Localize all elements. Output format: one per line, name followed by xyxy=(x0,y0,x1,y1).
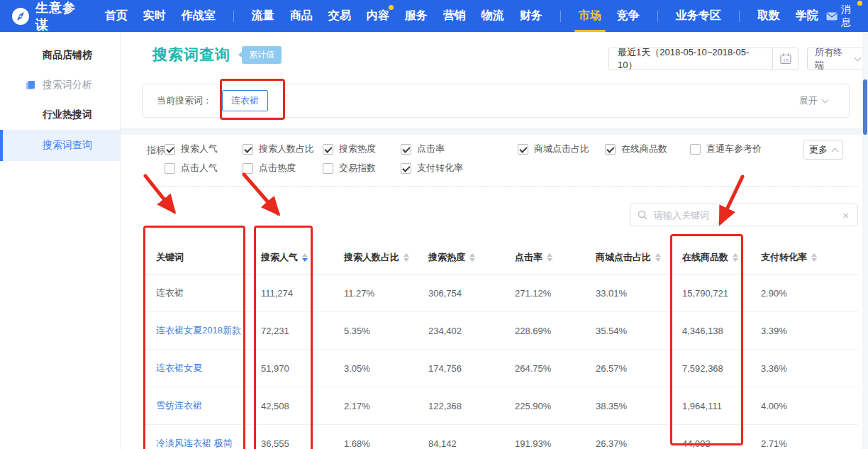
nav-item[interactable]: 取数 xyxy=(757,0,780,32)
value-cell: 4,346,138 xyxy=(682,326,761,336)
sort-icon[interactable] xyxy=(811,253,817,262)
nav-item-label: 竞争 xyxy=(617,9,640,23)
value-cell: 7,592,368 xyxy=(682,363,761,374)
column-header[interactable]: 搜索热度 xyxy=(428,251,515,264)
nav-item[interactable]: 竞争 xyxy=(617,0,640,32)
nav-item[interactable]: 财务 xyxy=(520,0,542,32)
checkbox-unchecked[interactable] xyxy=(165,163,175,174)
nav-item[interactable]: 首页 xyxy=(105,0,128,32)
checkbox-checked[interactable] xyxy=(518,144,528,155)
column-header[interactable]: 搜索人气 xyxy=(261,251,344,264)
checkbox-checked[interactable] xyxy=(165,144,175,155)
keyword-link[interactable]: 连衣裙女夏2018新款 xyxy=(156,324,261,337)
more-label: 更多 xyxy=(809,143,828,156)
calendar-button[interactable]: 15 xyxy=(773,48,799,70)
sort-icon[interactable] xyxy=(547,253,552,262)
value-cell: 26.37% xyxy=(596,438,682,449)
sort-icon[interactable] xyxy=(469,253,475,262)
messages-button[interactable]: 消息 xyxy=(826,4,857,29)
column-header[interactable]: 商城点击占比 xyxy=(596,251,682,264)
nav-item[interactable]: 服务 xyxy=(405,0,428,32)
checkbox-checked[interactable] xyxy=(243,144,253,155)
expand-toggle[interactable]: 展开 xyxy=(799,94,828,107)
current-search-label: 当前搜索词： xyxy=(157,94,212,107)
sort-icon[interactable] xyxy=(404,253,409,262)
keyword-link[interactable]: 雪纺连衣裙 xyxy=(156,399,261,412)
app-logo[interactable]: 生意参谋 xyxy=(11,0,80,33)
metric-checkbox[interactable]: 交易指数 xyxy=(323,162,376,174)
column-header[interactable]: 支付转化率 xyxy=(761,251,858,264)
search-input[interactable] xyxy=(652,209,841,221)
nav-item-label: 物流 xyxy=(482,9,504,23)
metric-checkbox[interactable]: 直通车参考价 xyxy=(690,143,762,155)
nav-item[interactable]: 营销 xyxy=(443,0,466,32)
calendar-icon: 15 xyxy=(779,52,792,65)
column-header-label: 关键词 xyxy=(156,251,184,264)
metric-checkbox[interactable]: 搜索人气 xyxy=(165,143,218,155)
brand-name: 生意参谋 xyxy=(35,0,80,33)
sort-icon[interactable] xyxy=(655,253,661,262)
metric-checkbox[interactable]: 搜索人数占比 xyxy=(243,143,314,155)
scrollbar-thumb[interactable] xyxy=(863,79,867,135)
sort-icon[interactable] xyxy=(302,253,308,262)
nav-item[interactable]: 实时 xyxy=(143,0,166,32)
nav-item-label: 市场 xyxy=(579,9,601,23)
value-cell: 264.75% xyxy=(515,363,596,374)
metric-label: 交易指数 xyxy=(339,162,376,174)
column-header-label: 支付转化率 xyxy=(761,251,807,264)
date-range-selector[interactable]: 最近1天（2018-05-10~2018-05-10） xyxy=(608,48,773,70)
metric-checkbox[interactable]: 点击率 xyxy=(401,143,445,155)
nav-divider xyxy=(233,11,234,22)
more-button[interactable]: 更多 xyxy=(803,140,843,160)
checkbox-unchecked[interactable] xyxy=(243,163,253,174)
nav-item[interactable]: 交易 xyxy=(328,0,351,32)
nav-item[interactable]: 物流 xyxy=(482,0,504,32)
value-cell: 3.36% xyxy=(761,363,858,374)
keyword-link[interactable]: 冷淡风连衣裙 极简 xyxy=(156,437,261,449)
nav-item[interactable]: 业务专区 xyxy=(676,0,721,32)
chevron-down-icon xyxy=(855,54,862,61)
value-cell: 111,274 xyxy=(261,288,344,299)
nav-item[interactable]: 商品 xyxy=(290,0,313,32)
nav-item-label: 取数 xyxy=(757,9,780,23)
value-cell: 35.54% xyxy=(596,326,682,336)
metric-checkbox[interactable]: 在线商品数 xyxy=(605,143,667,155)
metric-label: 商城点击占比 xyxy=(534,143,589,155)
value-cell: 1.68% xyxy=(344,438,428,449)
metric-checkbox[interactable]: 支付转化率 xyxy=(401,162,463,174)
checkbox-unchecked[interactable] xyxy=(690,144,701,155)
value-cell: 225.90% xyxy=(515,401,596,411)
checkbox-checked[interactable] xyxy=(605,144,616,155)
notification-dot xyxy=(857,1,862,6)
keyword-link[interactable]: 连衣裙女夏 xyxy=(156,362,261,375)
nav-item[interactable]: 市场 xyxy=(579,0,601,32)
column-header[interactable]: 点击率 xyxy=(515,251,596,264)
checkbox-unchecked[interactable] xyxy=(323,163,333,174)
sidebar-item[interactable]: 行业热搜词 xyxy=(0,100,120,130)
metric-checkbox[interactable]: 点击热度 xyxy=(243,162,296,174)
sidebar-item[interactable]: 商品店铺榜 xyxy=(0,40,120,70)
terminal-dropdown[interactable]: 所有终端 xyxy=(807,48,868,70)
clear-icon[interactable]: × xyxy=(841,209,850,221)
column-header[interactable]: 在线商品数 xyxy=(682,251,761,264)
nav-item-label: 内容 xyxy=(367,9,389,23)
sidebar-item-active[interactable]: 搜索词查询 xyxy=(0,130,120,161)
metric-checkbox[interactable]: 搜索热度 xyxy=(323,143,376,155)
nav-item[interactable]: 流量 xyxy=(252,0,274,32)
sidebar-item[interactable]: 搜索词分析 xyxy=(0,70,120,100)
sort-icon[interactable] xyxy=(733,253,738,262)
metric-checkbox[interactable]: 商城点击占比 xyxy=(518,143,589,155)
value-cell: 228.69% xyxy=(515,326,596,336)
checkbox-checked[interactable] xyxy=(401,144,411,155)
column-header[interactable]: 搜索人数占比 xyxy=(344,251,428,264)
current-search-term-tag[interactable]: 连衣裙 xyxy=(222,90,268,111)
nav-item[interactable]: 学院 xyxy=(796,0,818,32)
metric-checkbox[interactable]: 点击人气 xyxy=(165,162,218,174)
metric-label: 直通车参考价 xyxy=(706,143,762,155)
nav-item[interactable]: 内容 xyxy=(367,0,389,32)
metric-label: 在线商品数 xyxy=(621,143,667,155)
checkbox-checked[interactable] xyxy=(323,144,333,155)
checkbox-checked[interactable] xyxy=(401,163,411,174)
nav-item[interactable]: 作战室 xyxy=(182,0,216,32)
column-header-label: 商城点击占比 xyxy=(596,251,651,264)
